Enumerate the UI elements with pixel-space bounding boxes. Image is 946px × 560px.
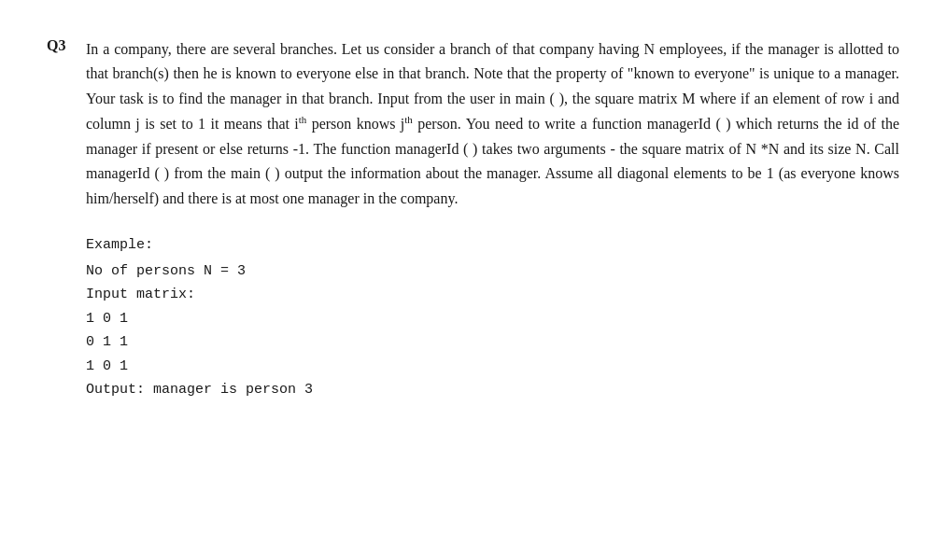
example-label: Example: bbox=[86, 233, 899, 258]
question-text-part2: person knows j bbox=[306, 117, 404, 133]
question-block: Q3 In a company, there are several branc… bbox=[47, 37, 899, 402]
example-block: Example: No of persons N = 3 Input matri… bbox=[86, 233, 899, 402]
question-paragraph: In a company, there are several branches… bbox=[86, 37, 899, 211]
example-line-5: 1 0 1 bbox=[86, 355, 899, 379]
example-line-6: Output: manager is person 3 bbox=[86, 378, 899, 402]
example-line-2: Input matrix: bbox=[86, 283, 899, 307]
question-text: In a company, there are several branches… bbox=[86, 37, 899, 402]
example-line-1: No of persons N = 3 bbox=[86, 259, 899, 284]
example-line-4: 0 1 1 bbox=[86, 330, 899, 355]
superscript-j: th bbox=[404, 114, 413, 125]
example-line-3: 1 0 1 bbox=[86, 307, 899, 331]
question-label: Q3 bbox=[47, 37, 86, 54]
